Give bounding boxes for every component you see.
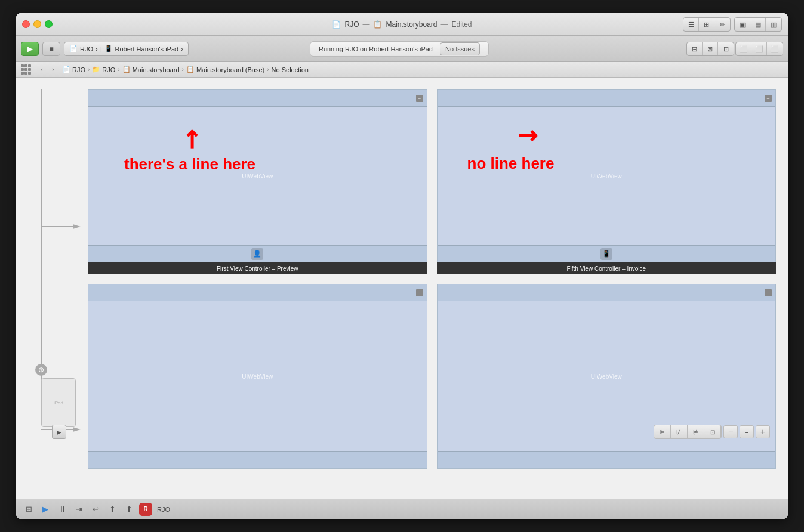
svg-marker-6 [73,427,81,432]
vc2-body: no line here ↗ UIWebView [438,107,776,245]
step-forward-icon[interactable]: ⇥ [72,503,85,516]
device-icon: 📱 [104,45,113,52]
vc4-footer [438,451,776,468]
split-view-btn[interactable]: ⊞ [699,18,714,32]
edit-view-btn[interactable]: ✏ [714,18,730,32]
svg-text:⊕: ⊕ [38,366,44,374]
bc-label-4: Main.storyboard (Base) [196,66,264,73]
vc1-container: – there's a line here ↗ UIWebView [88,89,427,274]
vc2-title: Fifth View Controller – Invoice [566,265,646,272]
list-view-btn[interactable]: ☰ [683,18,699,32]
breadcrumb-back-btn[interactable]: ‹ [36,64,47,75]
pause-icon[interactable]: ⏸ [56,503,69,516]
vc2-footer-icon: 📱 [600,248,612,260]
show-debug-btn[interactable]: ⬜ [751,42,767,56]
vc2-label: UIWebView [591,173,622,180]
share-icon[interactable]: ⬆ [106,503,119,516]
assistant-editor-btn[interactable]: ⊠ [703,42,718,56]
pin-btn[interactable]: ⊭ [688,425,704,438]
maximize-button[interactable] [45,20,53,28]
close-button[interactable] [22,20,30,28]
device-chevron: › [181,45,183,52]
step-back-icon[interactable]: ↩ [89,503,102,516]
vc1-corner[interactable]: – [416,95,423,102]
right-pane-btn[interactable]: ▥ [766,18,781,32]
scheme-icon: 📄 [69,45,78,52]
vc4-frame[interactable]: – UIWebView [437,284,777,469]
pane-toggle-group: ▣ ▤ ▥ [734,17,782,32]
navigate-icon[interactable]: ⬆ [122,503,135,516]
bc-icon-4: 📋 [186,66,195,73]
vc1-title-bar: First View Controller – Preview [88,262,427,274]
svg-point-3 [35,364,47,376]
app-icon: R [139,503,152,516]
zoom-out-btn[interactable]: − [723,425,738,438]
location-icon[interactable]: ⊞ [22,503,35,516]
vc1-header: – [88,90,427,107]
vc3-corner[interactable]: – [416,289,423,296]
titlebar: 📄 RJO — 📋 Main.storyboard — Edited ☰ ⊞ ✏… [16,13,788,36]
breadcrumb-rjo2[interactable]: 📁 RJO [92,66,115,73]
title-dash: — [362,20,369,29]
device-thumbnail: iPad [41,378,76,427]
main-window: 📄 RJO — 📋 Main.storyboard — Edited ☰ ⊞ ✏… [16,13,788,519]
breadcrumb-forward-btn[interactable]: › [48,64,58,75]
vc3-frame[interactable]: – UIWebView [88,284,427,469]
bc-label-2: RJO [102,66,115,73]
toolbar: ▶ ■ 📄 RJO › | 📱 Robert Hanson's iPad › R… [16,36,788,62]
breadcrumb-no-selection[interactable]: No Selection [272,66,309,73]
vc3-label: UIWebView [242,373,273,380]
stop-button[interactable]: ■ [42,42,60,56]
scheme-separator: | [100,45,102,52]
vc2-footer: 📱 [438,245,776,262]
navigator-grid-btn[interactable] [21,64,32,75]
zoom-fit-btn[interactable]: = [740,425,754,438]
bc-sep-3: › [182,66,184,73]
vc3-container: – UIWebView [88,284,427,469]
svg-marker-2 [73,224,81,229]
play-small-btn[interactable]: ▶ [52,425,66,439]
bc-sep-4: › [267,66,269,73]
align-left-btn[interactable]: ⊫ [654,425,671,438]
file-name: Main.storyboard [386,20,437,29]
vc4-corner[interactable]: – [765,289,772,296]
bc-icon-2: 📁 [92,66,100,73]
breadcrumb-storyboard[interactable]: 📋 Main.storyboard [122,66,180,73]
show-navigator-btn[interactable]: ⬜ [736,42,751,56]
left-pane-btn[interactable]: ▣ [735,18,750,32]
titlebar-right-buttons: ☰ ⊞ ✏ ▣ ▤ ▥ [683,17,782,32]
center-pane-btn[interactable]: ▤ [750,18,766,32]
vc3-header: – [88,284,427,301]
distribute-btn[interactable]: ⊬ [671,425,688,438]
play-icon[interactable]: ▶ [39,503,52,516]
breadcrumb-rjo1[interactable]: 📄 RJO [62,66,85,73]
run-button[interactable]: ▶ [21,42,39,56]
vc1-footer: 👤 [88,245,427,262]
toolbar-right-icons: ⊟ ⊠ ⊡ ⬜ ⬜ ⬜ [686,42,783,56]
traffic-lights [22,20,53,28]
vc4-header: – [438,284,776,301]
show-inspector-btn[interactable]: ⬜ [767,42,783,56]
bc-label-1: RJO [72,66,85,73]
bc-sep-2: › [118,66,119,73]
bottom-toolbar: ⊞ ▶ ⏸ ⇥ ↩ ⬆ ⬆ R RJO [16,499,788,519]
bc-label-5: No Selection [272,66,309,73]
vc2-corner[interactable]: – [765,95,772,102]
storyboard-canvas[interactable]: ⊕ iPad ▶ [16,78,788,499]
scheme-name: RJO [80,45,93,52]
annotation-text-2: no line here [467,154,555,173]
navigator-group: ⬜ ⬜ ⬜ [735,42,783,56]
minimize-button[interactable] [33,20,41,28]
standard-editor-btn[interactable]: ⊟ [687,42,703,56]
vc1-title: First View Controller – Preview [217,265,298,272]
file-icon: 📋 [373,20,382,29]
vc2-header: – [438,90,776,107]
breadcrumb-storyboard-base[interactable]: 📋 Main.storyboard (Base) [186,66,264,73]
vc4-label: UIWebView [591,373,622,380]
version-editor-btn[interactable]: ⊡ [718,42,734,56]
scheme-selector[interactable]: 📄 RJO › | 📱 Robert Hanson's iPad › [64,42,189,56]
resolve-btn[interactable]: ⊡ [704,425,721,438]
vc2-frame[interactable]: – no line here ↗ UIWebView [437,89,777,262]
vc1-frame[interactable]: – there's a line here ↗ UIWebView [88,89,427,262]
zoom-in-btn[interactable]: + [756,425,770,438]
